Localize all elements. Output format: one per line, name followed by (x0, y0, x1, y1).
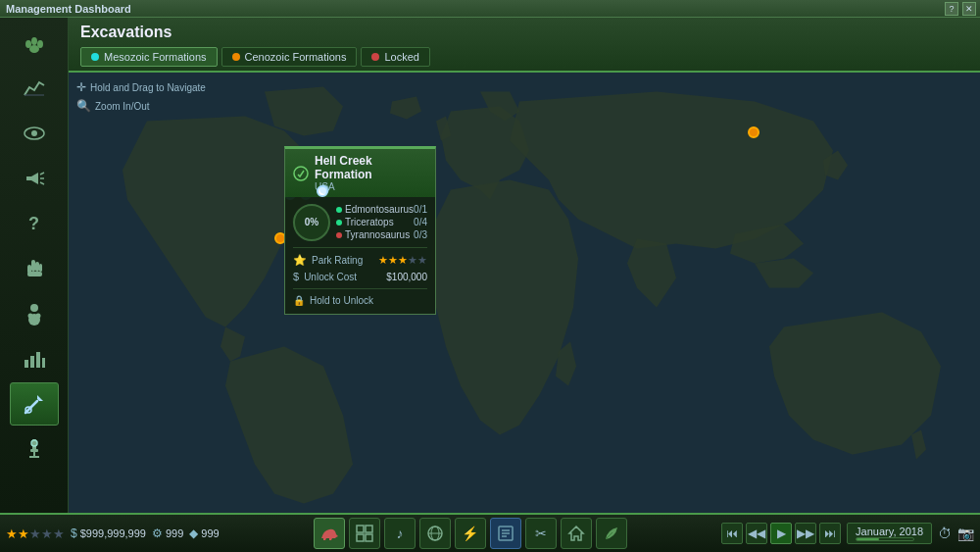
svg-point-16 (30, 304, 38, 312)
sidebar-icon-megaphone[interactable] (10, 157, 59, 200)
taskbar-icon-leaf[interactable] (596, 518, 627, 549)
taskbar-icon-grid[interactable] (349, 518, 380, 549)
resource1-icon: ⚙ (152, 527, 163, 540)
dino-item-triceratops: Triceratops 0/4 (336, 216, 427, 228)
popup-cost: $100,000 (386, 272, 427, 282)
star-rating-display: ★★★★★ (6, 525, 65, 542)
taskbar-center: ♪ ⚡ ✂ (220, 518, 721, 549)
step-fwd-button[interactable]: ▶▶ (795, 523, 816, 544)
popup-divider-2 (293, 288, 427, 289)
taskbar: ★★★★★ $ $999,999,999 ⚙ 999 ◆ 999 ♪ ⚡ ✂ (0, 513, 980, 552)
world-map-svg (69, 73, 980, 513)
dino-item-edmonto: Edmontosaurus 0/1 (336, 203, 427, 216)
progress-circle: 0% (293, 204, 330, 241)
svg-rect-34 (357, 526, 364, 532)
svg-rect-20 (24, 360, 28, 368)
dino-item-trex: Tyrannosaurus 0/3 (336, 228, 427, 241)
date-progress-bar (856, 537, 914, 541)
taskbar-icon-bolt[interactable]: ⚡ (455, 518, 486, 549)
svg-point-3 (31, 37, 37, 45)
marker-orange2[interactable] (748, 126, 760, 138)
content-header: Excavations Mesozoic Formations Cenozoic… (69, 18, 980, 73)
map-controls: ✛ Hold and Drag to Navigate 🔍 Zoom In/Ou… (76, 78, 206, 116)
popup-body: 0% Edmontosaurus 0/1 Triceratops 0/4 (285, 197, 435, 314)
hold-to-unlock-text: Hold to Unlock (310, 295, 373, 306)
sidebar-icon-chart[interactable] (10, 337, 59, 380)
popup-header: Hell Creek Formation USA (285, 149, 435, 197)
park-rating-icon: ⭐ (293, 254, 307, 267)
rewind-button[interactable]: ⏮ (721, 523, 743, 544)
svg-point-6 (31, 130, 37, 136)
map-container[interactable]: ✛ Hold and Drag to Navigate 🔍 Zoom In/Ou… (69, 73, 980, 513)
content: Excavations Mesozoic Formations Cenozoic… (69, 18, 980, 513)
sidebar-icon-graph[interactable] (10, 67, 59, 110)
formation-popup: Hell Creek Formation USA 0% Edmontosauru… (284, 146, 436, 315)
dino-dot-tricera (336, 220, 342, 226)
camera-icon[interactable]: 📷 (957, 526, 974, 541)
drag-text: Hold and Drag to Navigate (90, 80, 206, 96)
popup-progress-row: 0% Edmontosaurus 0/1 Triceratops 0/4 (293, 203, 427, 241)
svg-marker-25 (37, 395, 43, 401)
move-icon: ✛ (76, 78, 86, 97)
popup-header-icon (293, 166, 309, 181)
titlebar-title: Management Dashboard (6, 3, 131, 15)
titlebar-controls: ? ✕ (945, 2, 976, 16)
popup-divider-1 (293, 247, 427, 248)
sidebar-icon-person[interactable] (10, 292, 59, 335)
svg-rect-23 (42, 358, 45, 368)
tab-dot-mesozoic (91, 53, 99, 61)
taskbar-icon-globe[interactable] (419, 518, 451, 549)
zoom-icon: 🔍 (76, 97, 91, 116)
sidebar-icon-excavate[interactable] (10, 382, 59, 426)
sidebar-icon-hand[interactable] (10, 247, 59, 290)
step-back-button[interactable]: ◀◀ (746, 523, 767, 544)
help-button[interactable]: ? (945, 2, 958, 16)
svg-rect-12 (35, 262, 39, 272)
sidebar-icon-microscope[interactable] (10, 427, 59, 471)
svg-rect-22 (36, 352, 40, 368)
resource2-icon: ◆ (189, 527, 198, 540)
tab-locked[interactable]: Locked (361, 47, 429, 67)
svg-rect-13 (39, 264, 42, 272)
svg-point-33 (294, 167, 308, 180)
taskbar-icon-music[interactable]: ♪ (384, 518, 416, 549)
sidebar: ? (0, 18, 69, 513)
marker-hellcreek[interactable] (317, 185, 328, 197)
dino-dot-edmonto (336, 207, 342, 213)
date-display: January, 2018 (847, 523, 932, 544)
svg-point-2 (37, 40, 43, 48)
settings-clock-icon[interactable]: ⏱ (938, 526, 952, 541)
tab-cenozoic[interactable]: Cenozoic Formations (221, 47, 358, 67)
sidebar-icon-question[interactable]: ? (10, 202, 59, 245)
svg-rect-37 (366, 534, 372, 541)
tab-bar: Mesozoic Formations Cenozoic Formations … (80, 47, 968, 67)
taskbar-icon-scissors[interactable]: ✂ (525, 518, 557, 549)
ffwd-button[interactable]: ⏭ (819, 523, 841, 544)
tab-dot-cenozoic (232, 53, 240, 61)
svg-rect-11 (31, 260, 35, 272)
taskbar-right: ⏮ ◀◀ ▶ ▶▶ ⏭ January, 2018 ⏱ 📷 (721, 523, 974, 544)
dino-dot-trex (336, 232, 342, 238)
svg-marker-7 (26, 173, 38, 184)
close-button[interactable]: ✕ (962, 2, 976, 16)
svg-rect-28 (30, 449, 38, 452)
main-layout: ? Excavations Mesozoic Formations (0, 18, 980, 513)
cost-icon: $ (293, 271, 299, 282)
taskbar-icon-dino[interactable] (314, 518, 345, 549)
sidebar-icon-dino-foot[interactable] (10, 22, 59, 65)
tab-dot-locked (371, 53, 379, 61)
sidebar-icon-eye[interactable] (10, 112, 59, 155)
park-rating-stars: ★★★★★ (378, 254, 427, 267)
taskbar-icon-house[interactable] (561, 518, 592, 549)
svg-rect-15 (27, 272, 42, 276)
money-icon: $ (71, 527, 77, 540)
playback-controls: ⏮ ◀◀ ▶ ▶▶ ⏭ (721, 523, 841, 544)
lock-icon: 🔒 (293, 295, 305, 306)
popup-country: USA (315, 181, 427, 192)
tab-mesozoic[interactable]: Mesozoic Formations (80, 47, 218, 67)
play-button[interactable]: ▶ (770, 523, 792, 544)
dino-list: Edmontosaurus 0/1 Triceratops 0/4 Tyrann… (336, 203, 427, 241)
taskbar-icon-note[interactable] (490, 518, 521, 549)
titlebar: Management Dashboard ? ✕ (0, 0, 980, 18)
resource2-stat: ◆ 999 (189, 527, 219, 540)
